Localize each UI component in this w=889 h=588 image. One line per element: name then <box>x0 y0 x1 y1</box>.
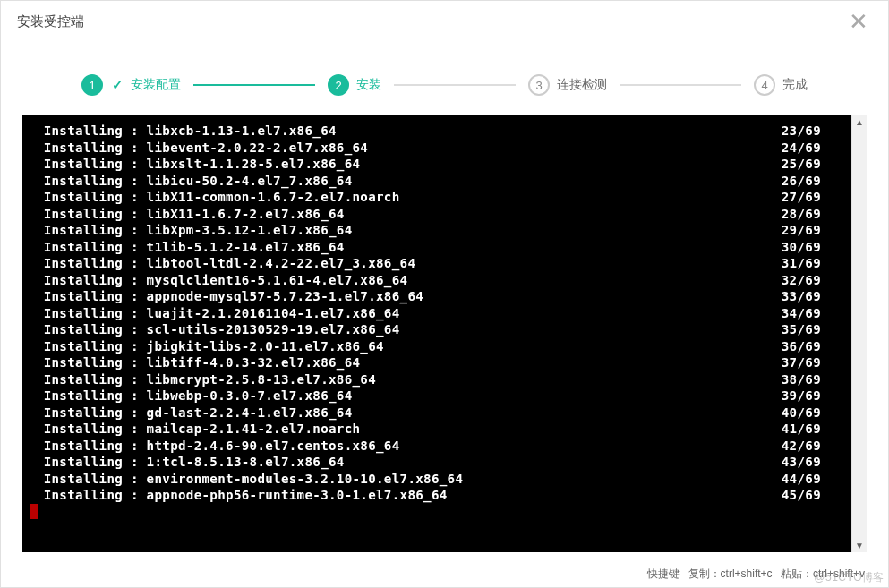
dialog-title: 安装受控端 <box>17 13 84 30</box>
step-2: 2 安装 <box>328 74 381 96</box>
step-connector <box>193 84 315 86</box>
terminal-line: Installing : libX11-1.6.7-2.el7.x86_6428… <box>28 206 846 223</box>
terminal-line: Installing : scl-utils-20130529-19.el7.x… <box>28 321 846 338</box>
terminal-line: Installing : libX11-common-1.6.7-2.el7.n… <box>28 189 846 206</box>
scrollbar-track[interactable] <box>852 127 867 541</box>
terminal-container: Installing : libxcb-1.13-1.el7.x86_6423/… <box>1 115 888 561</box>
terminal-line: Installing : libwebp-0.3.0-7.el7.x86_643… <box>28 388 846 405</box>
terminal-line: Installing : appnode-mysql57-5.7.23-1.el… <box>28 288 846 305</box>
terminal-line: Installing : libtiff-4.0.3-32.el7.x86_64… <box>28 354 846 371</box>
terminal-line: Installing : libevent-2.0.22-2.el7.x86_6… <box>28 140 846 157</box>
terminal-line: Installing : appnode-php56-runtime-3.0-1… <box>28 487 846 504</box>
step-connector <box>394 84 516 86</box>
step-4: 4 完成 <box>754 74 808 96</box>
terminal-line: Installing : mysqlclient16-5.1.61-4.el7.… <box>28 272 846 289</box>
terminal-cursor-line <box>28 504 846 521</box>
step-2-label: 安装 <box>356 77 381 93</box>
terminal-line: Installing : httpd-2.4.6-90.el7.centos.x… <box>28 438 846 455</box>
terminal-line: Installing : libxcb-1.13-1.el7.x86_6423/… <box>28 123 846 140</box>
copy-shortcut: 复制：ctrl+shift+c <box>688 567 773 580</box>
shortcut-label: 快捷键 <box>647 567 680 580</box>
step-3: 3 连接检测 <box>528 74 607 96</box>
terminal-line: Installing : environment-modules-3.2.10-… <box>28 471 846 488</box>
terminal-line: Installing : libmcrypt-2.5.8-13.el7.x86_… <box>28 371 846 388</box>
terminal-cursor <box>30 504 38 519</box>
terminal-line: Installing : libtool-ltdl-2.4.2-22.el7_3… <box>28 255 846 272</box>
step-3-label: 连接检测 <box>557 77 607 93</box>
terminal-line: Installing : libxslt-1.1.28-5.el7.x86_64… <box>28 156 846 173</box>
step-4-circle: 4 <box>754 74 775 96</box>
check-icon: ✓ <box>112 77 124 93</box>
terminal-line: Installing : t1lib-5.1.2-14.el7.x86_6430… <box>28 239 846 256</box>
watermark: @51CTO博客 <box>814 570 885 585</box>
step-3-circle: 3 <box>528 74 550 96</box>
terminal-line: Installing : luajit-2.1.20161104-1.el7.x… <box>28 305 846 322</box>
terminal-line: Installing : 1:tcl-8.5.13-8.el7.x86_6443… <box>28 454 846 471</box>
terminal-scrollbar[interactable]: ▲ ▼ <box>851 115 867 552</box>
step-2-circle: 2 <box>328 74 349 96</box>
terminal-line: Installing : libXpm-3.5.12-1.el7.x86_642… <box>28 222 846 239</box>
scroll-up-icon[interactable]: ▲ <box>855 117 864 127</box>
install-dialog: 安装受控端 ✕ 1 ✓ 安装配置 2 安装 3 连接检测 4 完成 Instal… <box>0 0 889 588</box>
step-1: 1 ✓ 安装配置 <box>81 74 181 96</box>
step-4-label: 完成 <box>782 77 808 93</box>
dialog-header: 安装受控端 ✕ <box>1 1 888 42</box>
terminal-output[interactable]: Installing : libxcb-1.13-1.el7.x86_6423/… <box>22 115 851 552</box>
terminal-line: Installing : jbigkit-libs-2.0-11.el7.x86… <box>28 338 846 355</box>
close-icon[interactable]: ✕ <box>845 6 872 37</box>
step-1-label: 安装配置 <box>131 77 181 93</box>
scroll-down-icon[interactable]: ▼ <box>855 541 864 550</box>
terminal-line: Installing : gd-last-2.2.4-1.el7.x86_644… <box>28 405 846 422</box>
shortcut-hint: 快捷键 复制：ctrl+shift+c 粘贴：ctrl+shift+v <box>1 561 888 587</box>
step-indicator: 1 ✓ 安装配置 2 安装 3 连接检测 4 完成 <box>1 42 888 115</box>
terminal-line: Installing : mailcap-2.1.41-2.el7.noarch… <box>28 421 846 438</box>
step-1-circle: 1 <box>81 74 103 96</box>
terminal-line: Installing : libicu-50.2-4.el7_7.x86_642… <box>28 173 846 190</box>
step-connector <box>620 84 741 86</box>
